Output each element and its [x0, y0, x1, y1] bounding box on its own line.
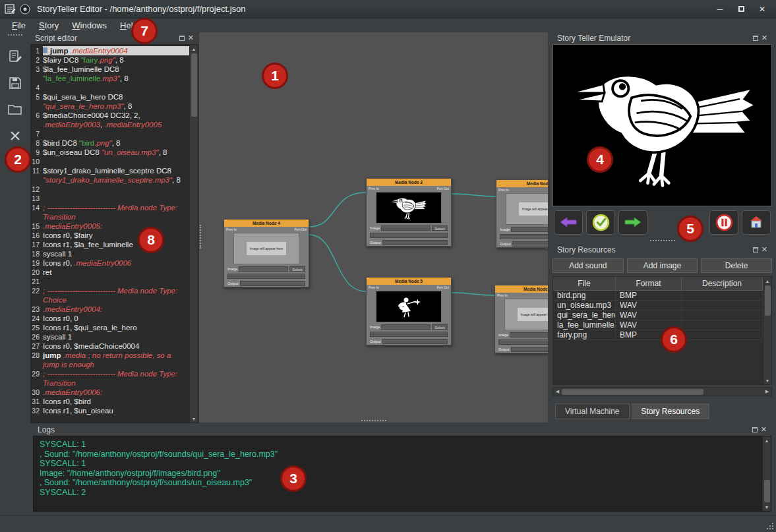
code-line[interactable]: 30.mediaEntry0006: [31, 388, 189, 397]
code-line[interactable]: 20ret [31, 268, 189, 277]
code-line[interactable]: 21 [31, 277, 189, 286]
save-button[interactable] [5, 74, 26, 92]
code-line[interactable]: 17Icons r1, $la_fee_luminelle [31, 240, 189, 249]
new-script-button[interactable] [5, 47, 26, 66]
close-button[interactable]: ✕ [752, 2, 772, 16]
close-panel-icon[interactable]: ✕ [761, 247, 767, 252]
media-node[interactable]: Media Node 6Prev InPort OutImage will ap… [494, 285, 549, 353]
title-bar[interactable]: StoryTeller Editor - /home/anthony/ostpr… [0, 0, 776, 18]
menu-file[interactable]: File [7, 20, 31, 31]
scroll-left-icon[interactable]: ◀ [553, 389, 562, 394]
code-line[interactable]: 26syscall 1 [31, 332, 189, 341]
delete-button[interactable]: Delete [701, 258, 772, 273]
add-image-button[interactable]: Add image [627, 258, 698, 273]
media-node[interactable]: Media Node 4Prev InPort OutImage will ap… [224, 219, 309, 287]
code-line[interactable]: 2$fairy DC8 "fairy.png", 8 [31, 55, 189, 65]
code-line[interactable]: 12 [31, 185, 189, 194]
code-line[interactable]: 31Icons r0, $bird [31, 397, 189, 406]
float-panel-icon[interactable] [753, 36, 758, 41]
code-line[interactable]: 9$un_oiseau DC8 "un_oiseau.mp3", 8 [31, 148, 189, 157]
home-button[interactable] [742, 210, 771, 235]
menu-story[interactable]: Story [34, 20, 64, 31]
float-panel-icon[interactable] [752, 427, 758, 432]
logs-scrollbar[interactable]: ▲ ▼ [762, 436, 771, 511]
media-node[interactable]: Media Node 5Prev InPort OutImageSelectOu… [366, 277, 452, 345]
resource-row[interactable]: bird.pngBMP [553, 291, 763, 301]
node-select-button[interactable]: Select [432, 324, 448, 330]
code-line[interactable]: 16Icons r0, $fairy [31, 231, 189, 240]
splitter-handle-bottom[interactable] [361, 420, 386, 421]
media-node[interactable]: Media Node 3Prev InPort OutImageSelectOu… [366, 178, 452, 247]
node-select-button[interactable]: Select [289, 266, 305, 272]
scroll-down-icon[interactable]: ▼ [190, 415, 198, 423]
splitter-handle-left[interactable] [200, 225, 201, 249]
scrollbar-thumb[interactable] [562, 389, 703, 395]
code-line[interactable]: 22; --------------------------- Media no… [31, 286, 189, 305]
splitter-handle[interactable] [650, 240, 675, 241]
resources-scrollbar[interactable]: ▲ ▼ [763, 277, 771, 384]
code-line[interactable]: 3$la_fee_luminelle DC8 "la_fee_luminelle… [31, 65, 189, 83]
back-button[interactable] [554, 210, 583, 235]
scrollbar-thumb[interactable] [764, 480, 770, 502]
column-header-file[interactable]: File [553, 277, 616, 290]
toolbar-drag-handle[interactable] [8, 34, 22, 36]
open-button[interactable] [5, 100, 26, 119]
code-line[interactable]: 19Icons r0, .mediaEntry0006 [31, 258, 189, 268]
scroll-up-icon[interactable]: ▲ [763, 277, 771, 285]
minimize-button[interactable]: ─ [710, 2, 730, 16]
code-line[interactable]: 11$story1_drako_luminelle_sceptre DC8 "s… [31, 166, 189, 185]
script-editor-code[interactable]: 1jump .mediaEntry00042$fairy DC8 "fairy.… [31, 45, 189, 423]
scrollbar-thumb[interactable] [191, 53, 197, 117]
resize-grip[interactable] [765, 521, 773, 529]
scroll-down-icon[interactable]: ▼ [763, 376, 771, 384]
column-header-description[interactable]: Description [682, 277, 763, 290]
code-line[interactable]: 15.mediaEntry0005: [31, 222, 189, 231]
code-line[interactable]: 27Icons r0, $mediaChoice0004 [31, 341, 189, 351]
code-line[interactable]: 13 [31, 194, 189, 203]
close-panel-icon[interactable]: ✕ [761, 35, 767, 41]
tab-story-resources[interactable]: Story Resources [632, 403, 710, 419]
code-line[interactable]: 4 [31, 83, 189, 92]
resource-row[interactable]: la_fee_luminelle.mp3WAV [553, 320, 763, 330]
scrollbar-thumb[interactable] [765, 285, 771, 316]
scroll-down-icon[interactable]: ▼ [763, 503, 771, 511]
code-line[interactable]: 24Icons r0, 0 [31, 314, 189, 323]
column-header-format[interactable]: Format [616, 277, 682, 290]
code-line[interactable]: 32Icons r1, $un_oiseau [31, 406, 189, 415]
close-panel-icon[interactable]: ✕ [761, 427, 767, 432]
maximize-button[interactable] [731, 2, 751, 16]
node-canvas[interactable]: Media Node 4Prev InPort OutImage will ap… [198, 32, 549, 423]
close-panel-icon[interactable]: ✕ [188, 35, 194, 41]
float-panel-icon[interactable] [179, 36, 185, 41]
float-panel-icon[interactable] [753, 247, 758, 252]
code-line[interactable]: 10 [31, 157, 189, 166]
forward-button[interactable] [618, 210, 647, 235]
menu-windows[interactable]: Windows [67, 20, 112, 31]
code-line[interactable]: 8$bird DC8 "bird.png", 8 [31, 138, 189, 148]
tab-virtual-machine[interactable]: Virtual Machine [555, 403, 630, 419]
scroll-up-icon[interactable]: ▲ [190, 45, 198, 53]
resource-row[interactable]: un_oiseau.mp3WAV [553, 301, 763, 310]
resources-hscrollbar[interactable]: ◀ ▶ [552, 387, 772, 396]
media-node[interactable]: Media NodePrev InPort OutImage will appe… [496, 179, 549, 248]
code-line[interactable]: 29; --------------------------- Media no… [31, 369, 189, 388]
code-line[interactable]: 5$qui_sera_le_hero DC8 "qui_sera_le_hero… [31, 92, 189, 111]
close-project-button[interactable] [5, 127, 26, 145]
script-editor-scrollbar[interactable]: ▲ ▼ [189, 45, 198, 423]
resource-row[interactable]: qui_sera_le_hero.mp3WAV [553, 310, 763, 320]
code-line[interactable]: 7 [31, 129, 189, 138]
code-line[interactable]: 14; --------------------------- Media no… [31, 203, 189, 222]
code-line[interactable]: 28jump .media ; no return possible, so a… [31, 351, 189, 369]
scroll-up-icon[interactable]: ▲ [763, 436, 771, 444]
code-line[interactable]: 18syscall 1 [31, 249, 189, 258]
add-sound-button[interactable]: Add sound [552, 258, 624, 273]
node-select-button[interactable]: Select [432, 225, 448, 231]
scroll-right-icon[interactable]: ▶ [763, 389, 771, 394]
code-line[interactable]: 1jump .mediaEntry0004 [31, 46, 189, 55]
code-line[interactable]: 6$mediaChoice0004 DC32, 2, .mediaEntry00… [31, 111, 189, 129]
resource-row[interactable]: fairy.pngBMP [553, 330, 763, 340]
accept-button[interactable] [586, 210, 615, 235]
pause-button[interactable] [709, 210, 738, 235]
code-line[interactable]: 23.mediaEntry0004: [31, 305, 189, 314]
code-line[interactable]: 25Icons r1, $qui_sera_le_hero [31, 323, 189, 332]
